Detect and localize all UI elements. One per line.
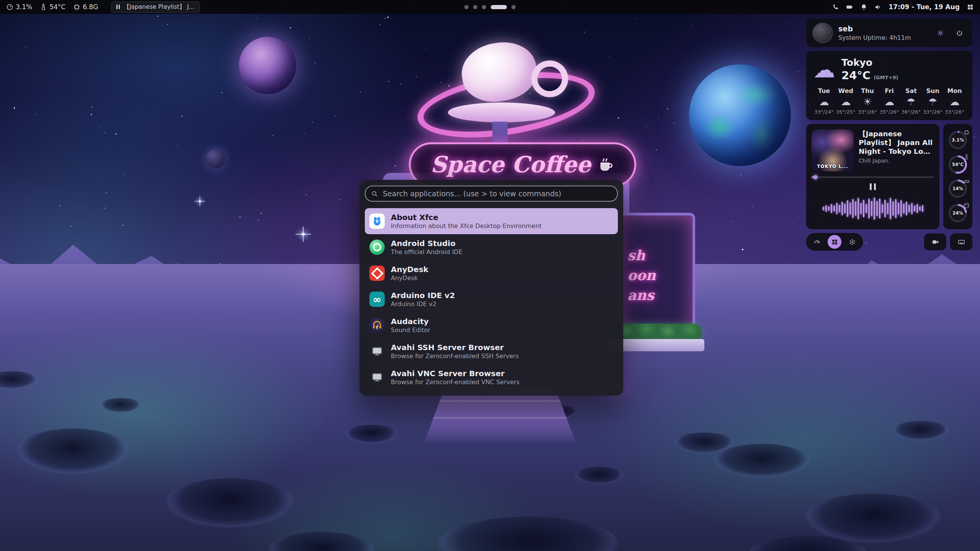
star — [667, 108, 668, 109]
top-bar: 3.1% 54°C 6.8G 【Japanese Playlist】 J... — [0, 0, 980, 14]
result-about-xfce[interactable]: About Xfce Information about the Xfce De… — [365, 208, 618, 234]
result-anydesk[interactable]: AnyDesk AnyDesk — [365, 260, 618, 286]
settings-button[interactable] — [933, 26, 947, 40]
waveform-bar — [882, 204, 883, 213]
pause-icon — [116, 5, 120, 9]
star — [584, 32, 585, 33]
star — [388, 81, 389, 82]
battery-icon[interactable] — [846, 3, 853, 11]
waveform-bar — [911, 203, 913, 214]
sign-strut — [492, 122, 508, 144]
volume-icon[interactable] — [874, 3, 882, 11]
result-audacity[interactable]: Audacity Sound Editor — [365, 312, 618, 338]
apps-button[interactable] — [828, 235, 841, 249]
star — [673, 122, 674, 123]
forecast-day: Thu ☀ 33°/26° — [857, 87, 879, 115]
star — [105, 132, 105, 133]
crater — [712, 444, 812, 478]
workspace-dot-3[interactable] — [482, 5, 486, 9]
waveform-bar — [831, 204, 832, 213]
forecast-temps: 35°/25° — [836, 109, 855, 115]
star — [441, 82, 441, 83]
forecast-day-label: Tue — [818, 87, 830, 95]
forecast-temps: 33°/24° — [814, 109, 833, 115]
star — [258, 220, 259, 221]
weather-cloud-icon: ☁ — [813, 59, 835, 81]
star — [731, 221, 732, 222]
crater — [804, 494, 942, 543]
star — [14, 107, 15, 109]
clock[interactable]: 17:09 - Tue, 19 Aug — [889, 3, 960, 11]
app-grid-icon[interactable] — [967, 3, 974, 11]
waveform-bar — [922, 205, 923, 212]
media-player-card: TOKYO L... 【Japanese Playlist】 Japan All… — [806, 124, 939, 229]
coffee-cup-icon — [598, 156, 614, 173]
temperature-value: 54°C — [49, 3, 65, 11]
media-pause-button[interactable] — [866, 182, 880, 192]
forecast-temps: 33°/26° — [923, 109, 942, 115]
waveform-bar — [839, 205, 840, 212]
search-icon — [371, 190, 378, 197]
anydesk-icon — [369, 266, 385, 281]
result-arduino-ide[interactable]: ∞ Arduino IDE v2 Arduino IDE v2 — [365, 286, 618, 312]
theme-button[interactable] — [845, 235, 859, 249]
waveform-bar — [866, 204, 867, 213]
star — [309, 38, 310, 39]
performance-button[interactable] — [810, 235, 824, 249]
keyboard-button[interactable] — [950, 233, 972, 250]
weather-icon: ☂ — [928, 97, 937, 107]
star — [32, 219, 33, 220]
topbar-memory: 6.8G — [73, 3, 98, 11]
cpu-value: 3.1% — [16, 3, 32, 11]
star — [387, 16, 389, 18]
waveform-bar — [906, 202, 907, 215]
power-button[interactable] — [952, 26, 966, 40]
album-art[interactable]: TOKYO L... — [812, 129, 854, 171]
result-avahi-vnc[interactable]: Avahi VNC Server Browser Browse for Zero… — [365, 364, 618, 390]
forecast-temps: 33°/26° — [945, 109, 964, 115]
seek-handle[interactable] — [813, 175, 817, 179]
star — [127, 56, 128, 57]
star — [227, 226, 227, 227]
workspace-dot-4-active[interactable] — [491, 5, 507, 9]
phone-icon[interactable] — [832, 3, 839, 11]
topbar-media-pill[interactable]: 【Japanese Playlist】 J... — [111, 2, 200, 13]
star — [652, 132, 653, 132]
weather-icon: ☁ — [950, 97, 960, 107]
gauge-value: 24% — [952, 210, 963, 216]
screen-record-button[interactable] — [924, 233, 946, 250]
star — [60, 205, 60, 206]
workspace-dot-5[interactable] — [511, 5, 516, 9]
search-input[interactable] — [382, 189, 612, 198]
waveform-bar — [823, 207, 824, 210]
workspace-dot-1[interactable] — [464, 5, 469, 9]
workspace-dot-2[interactable] — [473, 5, 477, 9]
launcher-search[interactable] — [365, 186, 618, 202]
weather-city: Tokyo — [841, 57, 898, 68]
result-subtitle: The official Android IDE — [391, 249, 462, 256]
waveform-bar — [852, 199, 854, 218]
result-subtitle: Information about the Xfce Desktop Envir… — [391, 223, 542, 230]
cup-saucer — [448, 103, 555, 122]
window-neon-text: ans — [627, 287, 654, 303]
star — [384, 18, 386, 19]
star — [124, 174, 124, 174]
result-android-studio[interactable]: Android Studio The official Android IDE — [365, 234, 618, 260]
waveform-bar — [836, 203, 838, 214]
bell-icon[interactable] — [860, 3, 867, 11]
star — [138, 139, 139, 140]
star — [222, 92, 222, 93]
star — [304, 133, 305, 134]
seek-bar[interactable] — [812, 176, 934, 178]
result-avahi-ssh[interactable]: Avahi SSH Server Browser Browse for Zero… — [365, 338, 618, 364]
forecast-day-label: Sun — [926, 87, 939, 95]
star — [91, 114, 92, 116]
avatar[interactable] — [812, 23, 833, 43]
waveform-bar — [855, 201, 856, 216]
window-neon-text: oon — [627, 267, 656, 283]
user-card: seb System Uptime: 4h11m — [806, 19, 972, 47]
star — [315, 62, 315, 63]
star — [498, 22, 498, 23]
topbar-temperature: 54°C — [40, 3, 65, 11]
waveform-bar — [860, 203, 862, 214]
